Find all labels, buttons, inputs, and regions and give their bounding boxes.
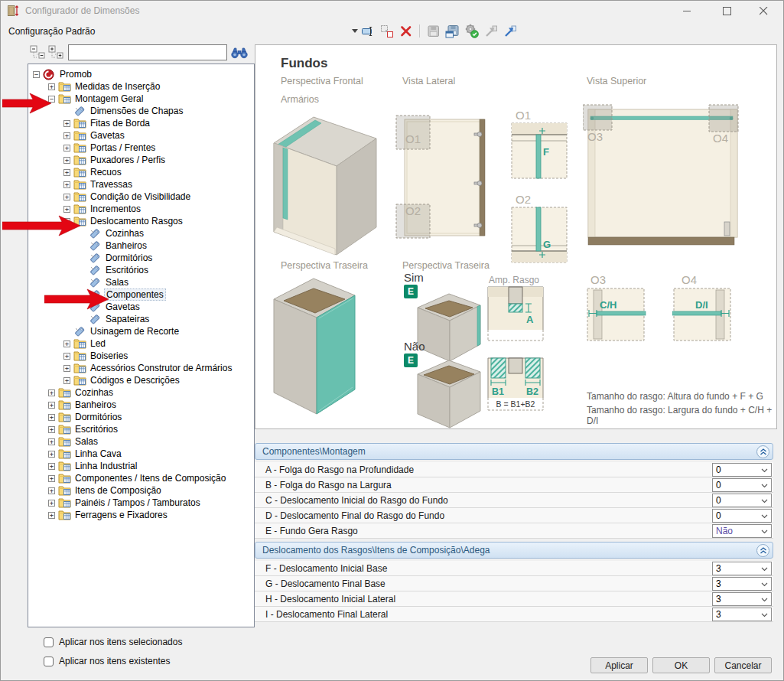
expand-toggle[interactable]: + [48, 463, 55, 470]
tree-item[interactable]: +Gavetas [28, 129, 254, 142]
param-select[interactable]: 0 [712, 509, 772, 523]
expand-toggle[interactable]: + [63, 132, 70, 139]
expand-toggle[interactable]: + [48, 414, 55, 421]
expand-toggle[interactable]: + [48, 402, 55, 409]
tree-item[interactable]: +Puxadores / Perfis [28, 154, 254, 166]
tree-item[interactable]: Gavetas [28, 301, 254, 313]
tree-item[interactable]: +Acessórios Construtor de Armários [28, 362, 254, 374]
tree-item[interactable]: +Códigos e Descrições [28, 374, 254, 386]
delete-config-icon[interactable] [399, 24, 413, 38]
tree-item[interactable]: −Promob [28, 68, 254, 80]
expand-toggle[interactable]: + [63, 181, 70, 188]
collapse-toggle[interactable]: − [33, 71, 40, 78]
minimize-button[interactable] [671, 1, 703, 21]
chevron-down-icon[interactable] [761, 495, 768, 506]
chevron-down-icon[interactable] [761, 480, 768, 490]
tree-item[interactable]: +Itens de Composição [28, 484, 254, 497]
expand-toggle[interactable]: + [63, 157, 70, 164]
param-select[interactable]: 0 [712, 478, 772, 492]
rename-config-icon[interactable] [360, 24, 375, 38]
find-binoculars-icon[interactable] [231, 46, 248, 59]
chevron-down-icon[interactable] [761, 578, 768, 589]
param-select[interactable]: 3 [712, 562, 772, 575]
tree-item[interactable]: +Boiseries [28, 350, 254, 362]
collapse-toggle[interactable]: − [63, 218, 70, 225]
maximize-button[interactable] [711, 1, 743, 21]
checkbox-aplicar-selecionados[interactable]: Aplicar nos itens selecionados [44, 637, 182, 647]
tree-item[interactable]: +Condição de Visibilidade [28, 191, 254, 203]
chevron-down-icon[interactable] [761, 594, 768, 604]
dropdown-caret-icon[interactable] [352, 29, 359, 34]
checkbox-box[interactable] [44, 637, 54, 647]
expand-toggle[interactable]: + [63, 206, 70, 213]
expand-toggle[interactable]: + [48, 438, 55, 445]
config-combobox[interactable]: Configuração Padrão [5, 22, 359, 41]
close-button[interactable] [747, 1, 779, 21]
export-config-icon[interactable] [503, 24, 517, 38]
param-select[interactable]: 3 [712, 608, 772, 621]
tree-item[interactable]: +Dormitórios [28, 411, 254, 423]
expand-toggle[interactable]: + [48, 451, 55, 458]
tree-item[interactable]: Cozinhas [28, 227, 254, 239]
tree-item[interactable]: Dormitórios [28, 252, 254, 264]
aplicar-button[interactable]: Aplicar [590, 657, 648, 673]
expand-toggle[interactable]: + [48, 83, 55, 90]
param-select[interactable]: 0 [712, 494, 772, 507]
chevron-down-icon[interactable] [761, 563, 768, 574]
tree-item[interactable]: +Portas / Frentes [28, 142, 254, 154]
param-select[interactable]: Não [712, 524, 772, 538]
expand-toggle[interactable]: + [63, 377, 70, 384]
expand-toggle[interactable]: + [63, 120, 70, 127]
expand-toggle[interactable]: + [48, 426, 55, 433]
tree-item[interactable]: −Montagem Geral [28, 93, 254, 105]
tree-item[interactable]: +Linha Industrial [28, 460, 254, 472]
collapse-toggle[interactable]: − [48, 96, 55, 103]
tree-item[interactable]: Salas [28, 276, 254, 288]
duplicate-config-icon[interactable] [379, 24, 394, 38]
tree-item[interactable]: +Travessas [28, 178, 254, 191]
param-select[interactable]: 0 [712, 463, 772, 477]
tree-item[interactable]: Banheiros [28, 239, 254, 252]
apply-config-icon[interactable] [464, 24, 479, 38]
tree-item[interactable]: +Banheiros [28, 399, 254, 411]
expand-toggle[interactable]: + [48, 475, 55, 482]
chevron-down-icon[interactable] [761, 609, 768, 620]
param-select[interactable]: 3 [712, 577, 772, 591]
tree-item[interactable]: +Ferragens e Fixadores [28, 509, 254, 521]
chevron-down-icon[interactable] [761, 464, 768, 475]
tree-search-input[interactable] [68, 44, 227, 60]
tree-item[interactable]: Sapateiras [28, 313, 254, 325]
checkbox-box[interactable] [44, 657, 54, 666]
expand-toggle[interactable]: + [63, 145, 70, 152]
expand-toggle[interactable]: + [48, 512, 55, 519]
ok-button[interactable]: OK [652, 657, 710, 673]
tree-item[interactable]: +Medidas de Inserção [28, 80, 254, 93]
tree-item[interactable]: +Salas [28, 435, 254, 448]
expand-toggle[interactable]: + [63, 340, 70, 347]
tree-item[interactable]: +Escritórios [28, 423, 254, 435]
tree-item[interactable]: +Cozinhas [28, 386, 254, 399]
save-as-config-icon[interactable] [445, 24, 460, 38]
tree-item[interactable]: Dimensões de Chapas [28, 105, 254, 117]
import-config-icon[interactable] [483, 24, 498, 38]
chevron-down-icon[interactable] [761, 526, 768, 536]
chevron-down-icon[interactable] [761, 510, 768, 521]
expand-toggle[interactable]: + [48, 500, 55, 507]
tree-item[interactable]: +Incrementos [28, 203, 254, 215]
tree-item[interactable]: +Painéis / Tampos / Tamburatos [28, 497, 254, 509]
param-select[interactable]: 3 [712, 592, 772, 606]
expand-toggle[interactable]: + [63, 353, 70, 360]
expand-toggle[interactable]: + [48, 389, 55, 396]
expand-all-icon[interactable] [48, 45, 63, 60]
tree-item[interactable]: −Deslocamento Rasgos [28, 215, 254, 227]
tree-item[interactable]: Componentes [28, 288, 254, 301]
tree-item[interactable]: +Linha Cava [28, 448, 254, 460]
collapse-all-icon[interactable] [30, 45, 45, 60]
tree-item[interactable]: +Fitas de Borda [28, 117, 254, 129]
collapse-group-button[interactable] [756, 544, 769, 557]
expand-toggle[interactable]: + [48, 487, 55, 494]
collapse-group-button[interactable] [756, 445, 769, 458]
expand-toggle[interactable]: + [63, 194, 70, 200]
expand-toggle[interactable]: + [63, 365, 70, 372]
tree-item[interactable]: +Componentes / Itens de Composição [28, 472, 254, 484]
